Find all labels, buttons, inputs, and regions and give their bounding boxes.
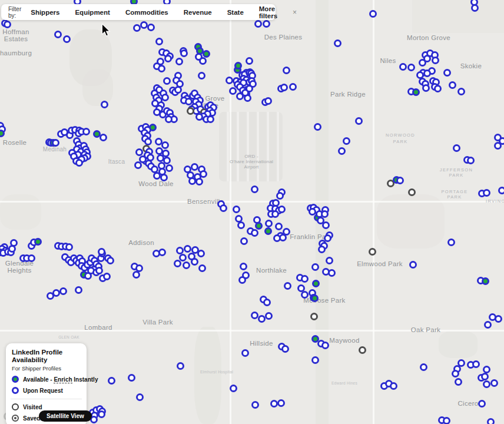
map-marker-upon-request[interactable] xyxy=(4,21,11,28)
map-marker-upon-request[interactable] xyxy=(478,400,486,408)
map-marker-upon-request[interactable] xyxy=(467,157,475,164)
map-marker-upon-request[interactable] xyxy=(191,163,198,171)
enrich-link[interactable]: Enrich xyxy=(54,376,72,383)
map-marker-available[interactable] xyxy=(0,130,5,137)
map-marker-upon-request[interactable] xyxy=(188,177,196,185)
map-marker-upon-request[interactable] xyxy=(276,192,284,200)
map-marker-upon-request[interactable] xyxy=(241,349,249,357)
map-marker-upon-request[interactable] xyxy=(63,35,71,43)
map-marker-available[interactable] xyxy=(234,62,242,69)
map-marker-upon-request[interactable] xyxy=(155,38,163,45)
map-marker-available[interactable] xyxy=(34,238,42,246)
filter-revenue[interactable]: Revenue xyxy=(184,9,212,16)
map-marker-upon-request[interactable] xyxy=(494,142,502,150)
map-marker-upon-request[interactable] xyxy=(490,379,498,387)
map-marker-upon-request[interactable] xyxy=(334,39,341,47)
map-marker-upon-request[interactable] xyxy=(59,287,67,295)
map-marker-upon-request[interactable] xyxy=(483,366,490,373)
map-marker-upon-request[interactable] xyxy=(240,263,247,270)
map-marker-upon-request[interactable] xyxy=(265,312,273,320)
map-marker-upon-request[interactable] xyxy=(311,356,319,364)
map-marker-upon-request[interactable] xyxy=(226,77,233,84)
map-marker-upon-request[interactable] xyxy=(98,248,105,256)
map-marker-available[interactable] xyxy=(264,227,272,235)
map-marker-upon-request[interactable] xyxy=(487,418,495,424)
map-marker-upon-request[interactable] xyxy=(301,291,309,299)
map-marker-upon-request[interactable] xyxy=(277,399,285,407)
map-marker-upon-request[interactable] xyxy=(258,315,266,323)
map-marker-upon-request[interactable] xyxy=(407,64,415,71)
map-marker-upon-request[interactable] xyxy=(165,164,173,172)
map-marker-upon-request[interactable] xyxy=(484,321,492,329)
map-marker-upon-request[interactable] xyxy=(199,57,207,65)
map-marker-upon-request[interactable] xyxy=(163,77,171,85)
map-marker-upon-request[interactable] xyxy=(423,55,431,62)
map-marker-upon-request[interactable] xyxy=(140,21,148,29)
filter-close-icon[interactable]: × xyxy=(293,8,297,16)
map-marker-upon-request[interactable] xyxy=(28,254,35,262)
map-marker-upon-request[interactable] xyxy=(133,24,141,32)
map-marker-upon-request[interactable] xyxy=(144,138,152,145)
map-marker-available[interactable] xyxy=(255,222,263,230)
map-marker-upon-request[interactable] xyxy=(251,401,259,409)
map-marker-upon-request[interactable] xyxy=(103,273,111,280)
map-marker-upon-request[interactable] xyxy=(158,65,165,72)
map-marker-upon-request[interactable] xyxy=(220,204,227,212)
map-marker-upon-request[interactable] xyxy=(420,363,427,371)
map-marker-upon-request[interactable] xyxy=(251,312,258,319)
map-marker-upon-request[interactable] xyxy=(409,261,417,269)
map-marker-available[interactable] xyxy=(412,88,420,96)
map-marker-available[interactable] xyxy=(311,294,319,302)
map-marker-upon-request[interactable] xyxy=(132,271,140,279)
map-marker-upon-request[interactable] xyxy=(233,206,240,213)
map-marker-upon-request[interactable] xyxy=(432,57,439,64)
filter-shippers[interactable]: Shippers xyxy=(31,9,59,16)
map-marker-upon-request[interactable] xyxy=(98,410,105,418)
map-marker-available[interactable] xyxy=(482,277,489,285)
map-marker-upon-request[interactable] xyxy=(75,286,82,294)
map-marker-upon-request[interactable] xyxy=(321,342,329,349)
map-marker-upon-request[interactable] xyxy=(498,187,504,194)
map-marker-upon-request[interactable] xyxy=(164,55,172,62)
map-marker-upon-request[interactable] xyxy=(207,115,214,123)
map-marker-upon-request[interactable] xyxy=(191,258,198,266)
map-marker-available[interactable] xyxy=(312,280,320,287)
map-marker-upon-request[interactable] xyxy=(447,238,455,246)
map-marker-upon-request[interactable] xyxy=(230,385,237,392)
map-marker-upon-request[interactable] xyxy=(246,85,253,92)
map-marker-upon-request[interactable] xyxy=(399,63,407,71)
map-marker-upon-request[interactable] xyxy=(176,247,184,254)
map-marker-upon-request[interactable] xyxy=(174,86,182,94)
map-marker-upon-request[interactable] xyxy=(318,246,326,253)
map-marker-upon-request[interactable] xyxy=(281,345,289,353)
map-marker-upon-request[interactable] xyxy=(369,10,377,18)
map-marker-upon-request[interactable] xyxy=(328,269,336,277)
map-marker-upon-request[interactable] xyxy=(311,263,319,271)
map-marker-upon-request[interactable] xyxy=(289,83,297,91)
map-marker-upon-request[interactable] xyxy=(47,292,54,300)
map-marker-upon-request[interactable] xyxy=(175,58,183,65)
map-marker-upon-request[interactable] xyxy=(321,210,329,218)
map-marker-upon-request[interactable] xyxy=(100,134,107,141)
map-marker-visited[interactable] xyxy=(369,248,376,256)
map-marker-upon-request[interactable] xyxy=(198,72,205,80)
map-marker-upon-request[interactable] xyxy=(280,84,288,91)
map-marker-upon-request[interactable] xyxy=(338,147,346,155)
map-marker-visited[interactable] xyxy=(310,313,318,320)
map-marker-upon-request[interactable] xyxy=(136,393,144,401)
map-marker-upon-request[interactable] xyxy=(326,257,333,264)
map-marker-upon-request[interactable] xyxy=(158,249,166,256)
map-marker-upon-request[interactable] xyxy=(135,148,143,156)
map-marker-upon-request[interactable] xyxy=(184,245,191,253)
map-marker-upon-request[interactable] xyxy=(200,170,207,178)
map-marker-upon-request[interactable] xyxy=(270,400,278,408)
map-marker-upon-request[interactable] xyxy=(134,161,142,169)
map-marker-upon-request[interactable] xyxy=(453,144,460,152)
map-marker-upon-request[interactable] xyxy=(238,276,246,284)
map-marker-upon-request[interactable] xyxy=(301,275,309,283)
map-marker-upon-request[interactable] xyxy=(251,229,258,237)
map-marker-upon-request[interactable] xyxy=(174,260,181,267)
map-marker-upon-request[interactable] xyxy=(472,360,480,368)
map-marker-upon-request[interactable] xyxy=(283,228,290,236)
map-marker-upon-request[interactable] xyxy=(177,362,184,370)
